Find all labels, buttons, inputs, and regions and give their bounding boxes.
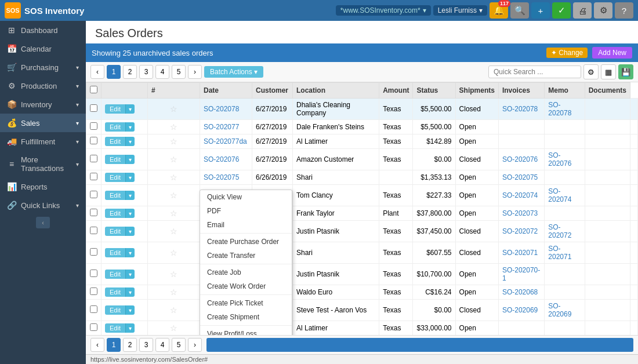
invoice-link[interactable]: SO-202071 <box>548 245 571 261</box>
bottom-page-5-button[interactable]: 5 <box>172 338 186 352</box>
batch-actions-button[interactable]: Batch Actions ▾ <box>204 66 263 78</box>
order-num-link[interactable]: SO-202078 <box>204 105 239 113</box>
shipment-link[interactable]: SO-202073 <box>502 209 538 217</box>
edit-button[interactable]: Edit <box>105 287 125 297</box>
sidebar-item-sales[interactable]: 💰 Sales ▾ <box>0 114 86 132</box>
row-checkbox[interactable] <box>90 191 97 198</box>
add-button[interactable]: + <box>531 2 550 19</box>
shipment-link[interactable]: SO-202072 <box>502 227 538 235</box>
shipment-link[interactable]: SO-202071 <box>502 249 538 257</box>
row-checkbox[interactable] <box>90 155 97 162</box>
bottom-page-next-button[interactable]: › <box>188 338 202 352</box>
shipment-link[interactable]: SO-202070-1 <box>502 266 540 282</box>
edit-caret-button[interactable]: ▾ <box>125 137 135 146</box>
bottom-page-2-button[interactable]: 2 <box>123 338 137 352</box>
dropdown-view-profit-loss[interactable]: View Profit/Loss <box>200 327 292 335</box>
dropdown-quick-view[interactable]: Quick View <box>200 190 292 204</box>
invoice-link[interactable]: SO-202072 <box>548 223 571 239</box>
sidebar-item-reports[interactable]: 📊 Reports <box>0 177 86 196</box>
star-icon[interactable]: ☆ <box>170 305 177 315</box>
sidebar-item-purchasing[interactable]: 🛒 Purchasing ▾ <box>0 58 86 77</box>
sidebar-item-more-transactions[interactable]: ≡ More Transactions ▾ <box>0 151 86 177</box>
shipment-link[interactable]: SO-202068 <box>502 288 538 296</box>
shipment-link[interactable]: SO-202078 <box>502 105 538 113</box>
star-icon[interactable]: ☆ <box>170 122 177 132</box>
row-checkbox[interactable] <box>90 248 97 256</box>
star-icon[interactable]: ☆ <box>170 270 177 279</box>
row-checkbox[interactable] <box>90 104 97 112</box>
edit-button[interactable]: Edit <box>105 191 125 200</box>
print-button[interactable]: 🖨 <box>573 2 592 19</box>
sidebar-item-production[interactable]: ⚙ Production ▾ <box>0 77 86 95</box>
edit-caret-button[interactable]: ▾ <box>125 122 135 132</box>
star-icon[interactable]: ☆ <box>170 209 177 218</box>
edit-caret-button[interactable]: ▾ <box>125 191 135 200</box>
bottom-page-prev-button[interactable]: ‹ <box>90 338 104 352</box>
row-checkbox[interactable] <box>90 305 97 313</box>
star-icon[interactable]: ☆ <box>170 287 177 297</box>
edit-button[interactable]: Edit <box>105 173 125 182</box>
shipment-link[interactable]: SO-202075 <box>502 173 538 181</box>
edit-button[interactable]: Edit <box>105 209 125 218</box>
shipment-link[interactable]: SO-202069 <box>502 306 538 314</box>
star-icon[interactable]: ☆ <box>170 104 177 114</box>
grid-view-button[interactable]: ▦ <box>601 64 616 79</box>
dropdown-create-transfer[interactable]: Create Transfer <box>200 249 292 263</box>
edit-caret-button[interactable]: ▾ <box>125 305 135 315</box>
page-next-button[interactable]: › <box>188 65 202 79</box>
add-new-button[interactable]: Add New <box>592 47 632 59</box>
edit-caret-button[interactable]: ▾ <box>125 270 135 279</box>
dropdown-create-job[interactable]: Create Job <box>200 265 292 279</box>
edit-caret-button[interactable]: ▾ <box>125 104 135 114</box>
bottom-page-3-button[interactable]: 3 <box>139 338 153 352</box>
sidebar-item-calendar[interactable]: 📅 Calendar <box>0 39 86 58</box>
star-icon[interactable]: ☆ <box>170 173 177 182</box>
edit-button[interactable]: Edit <box>105 323 125 333</box>
page-1-button[interactable]: 1 <box>107 65 121 79</box>
order-num-link[interactable]: SO-202077 <box>204 123 239 131</box>
star-icon[interactable]: ☆ <box>170 248 177 257</box>
bell-button[interactable]: 🔔 117 <box>490 2 508 19</box>
star-icon[interactable]: ☆ <box>170 191 177 200</box>
dropdown-create-purchase-order[interactable]: Create Purchase Order <box>200 235 292 249</box>
dropdown-email[interactable]: Email <box>200 218 292 232</box>
invoice-link[interactable]: SO-202076 <box>548 151 571 168</box>
edit-caret-button[interactable]: ▾ <box>125 227 135 236</box>
page-5-button[interactable]: 5 <box>172 65 186 79</box>
sidebar-collapse-button[interactable]: ‹ <box>36 217 50 228</box>
row-checkbox[interactable] <box>90 323 97 331</box>
shipment-link[interactable]: SO-202076 <box>502 155 538 163</box>
sidebar-item-dashboard[interactable]: ⊞ Dashboard <box>0 21 86 39</box>
edit-button[interactable]: Edit <box>105 122 125 132</box>
edit-caret-button[interactable]: ▾ <box>125 248 135 257</box>
page-2-button[interactable]: 2 <box>123 65 137 79</box>
page-prev-button[interactable]: ‹ <box>90 65 104 79</box>
check-button[interactable]: ✓ <box>552 2 571 19</box>
edit-caret-button[interactable]: ▾ <box>125 155 135 164</box>
bottom-page-1-button[interactable]: 1 <box>107 338 121 352</box>
row-checkbox[interactable] <box>90 173 97 180</box>
edit-button[interactable]: Edit <box>105 227 125 236</box>
sidebar-item-inventory[interactable]: 📦 Inventory ▾ <box>0 95 86 114</box>
settings-columns-button[interactable]: ⚙ <box>583 64 599 79</box>
row-checkbox[interactable] <box>90 209 97 216</box>
star-icon[interactable]: ☆ <box>170 323 177 333</box>
edit-button[interactable]: Edit <box>105 248 125 257</box>
dropdown-create-shipment[interactable]: Create Shipment <box>200 310 292 324</box>
quick-search-input[interactable] <box>488 65 581 78</box>
dropdown-pdf[interactable]: PDF <box>200 204 292 218</box>
edit-caret-button[interactable]: ▾ <box>125 209 135 218</box>
user-badge[interactable]: Lesli Furniss ▾ <box>433 5 487 16</box>
change-button[interactable]: ✦ Change <box>546 48 588 58</box>
star-icon[interactable]: ☆ <box>170 227 177 236</box>
order-num-link[interactable]: SO-202076 <box>204 155 239 163</box>
shipment-link[interactable]: SO-202074 <box>502 191 538 199</box>
row-checkbox[interactable] <box>90 287 97 295</box>
sidebar-item-quick-links[interactable]: 🔗 Quick Links ▾ <box>0 196 86 214</box>
edit-button[interactable]: Edit <box>105 305 125 315</box>
dropdown-create-pick-ticket[interactable]: Create Pick Ticket <box>200 296 292 310</box>
invoice-link[interactable]: SO-202074 <box>548 187 571 203</box>
invoice-link[interactable]: SO-202078 <box>548 101 571 117</box>
edit-button[interactable]: Edit <box>105 104 125 114</box>
settings-button[interactable]: ⚙ <box>594 2 612 19</box>
